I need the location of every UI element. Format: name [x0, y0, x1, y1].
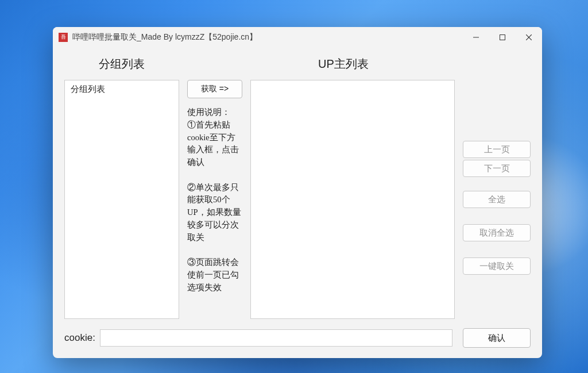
group-listbox[interactable]: 分组列表 — [64, 80, 179, 319]
prev-page-button[interactable]: 上一页 — [463, 141, 531, 158]
app-icon: 吾 — [59, 33, 68, 42]
maximize-button[interactable] — [489, 27, 516, 47]
window-controls — [463, 27, 542, 47]
deselect-all-button[interactable]: 取消全选 — [463, 224, 531, 241]
instructions-text: 使用说明： ①首先粘贴cookie至下方输入框，点击确认 ②单次最多只能获取50… — [187, 106, 242, 294]
content-area: 分组列表 UP主列表 分组列表 获取 => 使用说明： ①首先粘贴cookie至… — [53, 47, 542, 358]
next-page-button[interactable]: 下一页 — [463, 160, 531, 177]
up-listbox[interactable] — [250, 80, 455, 319]
unfollow-all-button[interactable]: 一键取关 — [463, 257, 531, 275]
select-all-button[interactable]: 全选 — [463, 191, 531, 208]
up-list-header: UP主列表 — [242, 56, 444, 72]
cookie-input[interactable] — [100, 329, 452, 347]
group-list-header: 分组列表 — [64, 56, 179, 72]
section-headers: 分组列表 UP主列表 — [64, 56, 531, 72]
close-button[interactable] — [516, 27, 542, 47]
list-item[interactable]: 分组列表 — [71, 84, 173, 95]
window-title: 哔哩哔哩批量取关_Made By lcymzzZ【52pojie.cn】 — [72, 32, 463, 43]
minimize-button[interactable] — [463, 27, 489, 47]
bottom-row: cookie: 确认 — [64, 328, 531, 348]
middle-column: 获取 => 使用说明： ①首先粘贴cookie至下方输入框，点击确认 ②单次最多… — [187, 80, 242, 319]
right-button-column: 上一页 下一页 全选 取消全选 一键取关 — [463, 80, 531, 319]
confirm-button[interactable]: 确认 — [463, 328, 531, 348]
app-window: 吾 哔哩哔哩批量取关_Made By lcymzzZ【52pojie.cn】 分… — [53, 27, 542, 358]
titlebar[interactable]: 吾 哔哩哔哩批量取关_Made By lcymzzZ【52pojie.cn】 — [53, 27, 542, 47]
cookie-label: cookie: — [64, 332, 95, 344]
main-row: 分组列表 获取 => 使用说明： ①首先粘贴cookie至下方输入框，点击确认 … — [64, 80, 531, 319]
fetch-button[interactable]: 获取 => — [187, 80, 242, 98]
svg-rect-1 — [500, 34, 505, 40]
